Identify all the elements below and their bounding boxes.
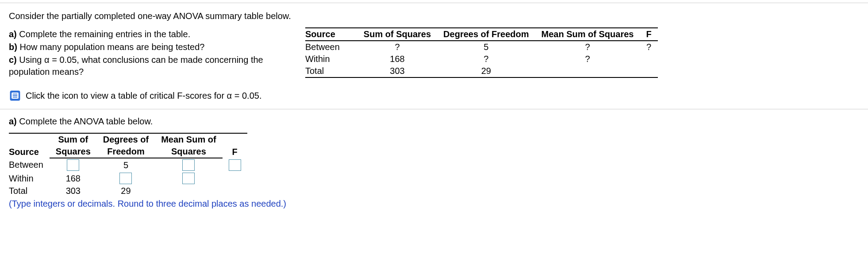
answer-anova-table: Source Sum of Degrees of Mean Sum of F S… (9, 133, 247, 197)
between-ss-input[interactable] (67, 159, 79, 171)
f-table-link-row: Click the icon to view a table of critic… (0, 81, 868, 109)
ref-th-df: Degrees of Freedom (437, 28, 535, 41)
ans-th-df1: Degrees of (97, 133, 155, 146)
table-row: Total 303 29 (305, 65, 658, 77)
part-a-text: Complete the remaining entries in the ta… (17, 29, 190, 39)
ans-th-ss1: Sum of (50, 133, 97, 146)
ref-th-source: Source (305, 28, 357, 41)
within-ms-input[interactable] (182, 173, 195, 184)
table-row: Between ? 5 ? ? (305, 41, 658, 53)
table-row: Within 168 ? ? (305, 53, 658, 65)
ans-th-source: Source (9, 133, 50, 158)
intro-text: Consider the partially completed one-way… (9, 11, 859, 21)
part-b-label: b) (9, 42, 17, 52)
within-df-input[interactable] (119, 173, 132, 184)
ref-th-ms: Mean Sum of Squares (535, 28, 640, 41)
ans-th-ms2: Squares (155, 146, 222, 158)
ans-th-ms1: Mean Sum of (155, 133, 222, 146)
problem-section: Consider the partially completed one-way… (0, 3, 868, 81)
between-f-input[interactable] (229, 159, 241, 171)
part-a-label: a) (9, 29, 17, 39)
part-c-label: c) (9, 55, 17, 65)
part-c-text-1: Using (17, 55, 44, 65)
answer-section: a) Complete the ANOVA table below. Sourc… (0, 109, 868, 212)
between-ms-input[interactable] (182, 159, 195, 171)
ans-th-f: F (223, 133, 247, 158)
answer-part-text: Complete the ANOVA table below. (17, 116, 153, 126)
rounding-hint: (Type integers or decimals. Round to thr… (9, 199, 859, 209)
table-row: Within 168 (9, 172, 247, 185)
part-b-text: How many population means are being test… (17, 42, 205, 52)
ref-th-f: F (640, 28, 657, 41)
reference-anova-table: Source Sum of Squares Degrees of Freedom… (305, 27, 859, 78)
question-parts: a) Complete the remaining entries in the… (9, 27, 292, 79)
part-c-alpha: α = 0.05 (44, 55, 77, 65)
table-row: Between 5 (9, 158, 247, 172)
f-table-link-text[interactable]: Click the icon to view a table of critic… (26, 91, 261, 101)
ans-th-df2: Freedom (97, 146, 155, 158)
answer-part-label: a) (9, 116, 17, 126)
book-icon[interactable] (9, 89, 21, 102)
ans-th-ss2: Squares (50, 146, 97, 158)
ref-th-ss: Sum of Squares (357, 28, 437, 41)
table-row: Total 303 29 (9, 185, 247, 197)
